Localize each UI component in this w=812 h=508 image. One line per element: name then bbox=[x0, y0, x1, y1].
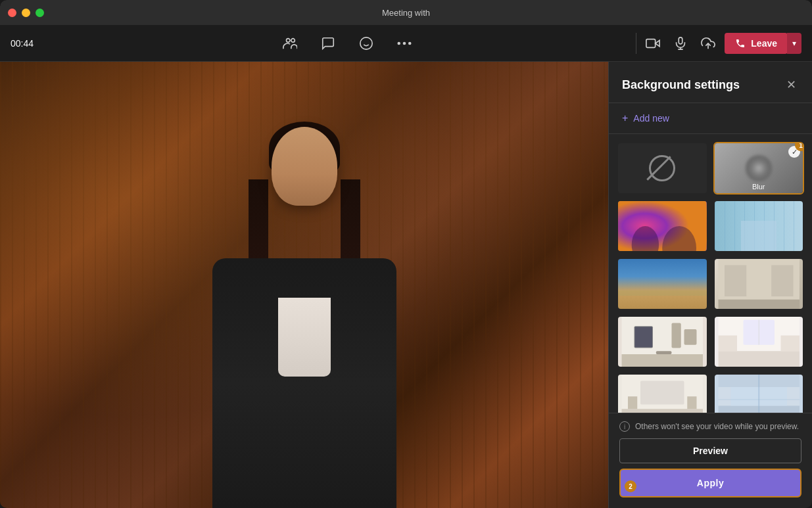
main-content: Background settings ✕ + Add new Blur ✓ bbox=[0, 62, 812, 508]
panel-close-button[interactable]: ✕ bbox=[784, 75, 799, 95]
minimize-window-button[interactable] bbox=[22, 9, 30, 17]
thumbnail-hallway-inner bbox=[715, 201, 803, 251]
svg-point-1 bbox=[291, 38, 295, 42]
panel-title: Background settings bbox=[622, 78, 740, 92]
svg-rect-19 bbox=[771, 266, 793, 297]
thumbnail-room-bottom-1-inner bbox=[618, 375, 707, 413]
blur-label: Blur bbox=[715, 183, 803, 191]
apply-button[interactable]: Apply bbox=[619, 469, 801, 497]
svg-rect-29 bbox=[718, 351, 800, 367]
chat-button[interactable] bbox=[317, 32, 339, 55]
svg-rect-24 bbox=[634, 327, 652, 347]
svg-point-0 bbox=[286, 38, 290, 42]
svg-rect-20 bbox=[718, 300, 800, 309]
thumbnail-blur[interactable]: Blur ✓ 1 bbox=[713, 142, 805, 195]
svg-point-2 bbox=[360, 37, 371, 49]
more-button[interactable] bbox=[393, 37, 416, 49]
leave-area: Leave ▾ bbox=[725, 33, 801, 54]
svg-rect-9 bbox=[646, 39, 656, 47]
leave-dropdown-button[interactable]: ▾ bbox=[787, 33, 801, 54]
toolbar: 00:44 bbox=[0, 25, 812, 62]
thumbnail-blur-inner: Blur ✓ bbox=[715, 143, 803, 193]
white-room-svg bbox=[715, 317, 803, 367]
maximize-window-button[interactable] bbox=[36, 9, 44, 17]
hallway-perspective bbox=[741, 221, 776, 251]
thumbnail-room-art-inner bbox=[618, 317, 707, 367]
thumbnail-colorful[interactable] bbox=[617, 200, 708, 252]
person-body bbox=[212, 258, 396, 508]
preview-button[interactable]: Preview bbox=[619, 438, 801, 463]
beach-horizon bbox=[618, 290, 707, 296]
thumbnail-office[interactable] bbox=[713, 258, 805, 310]
svg-rect-33 bbox=[780, 336, 800, 352]
panel-bottom: i Others won't see your video while you … bbox=[609, 413, 812, 508]
leave-button[interactable]: Leave bbox=[725, 33, 788, 54]
background-settings-panel: Background settings ✕ + Add new Blur ✓ bbox=[608, 62, 812, 508]
apply-badge: 2 bbox=[625, 480, 636, 492]
svg-rect-35 bbox=[622, 409, 704, 413]
colorful-bg-art bbox=[618, 201, 707, 251]
svg-point-6 bbox=[402, 41, 406, 45]
video-background bbox=[0, 62, 608, 508]
svg-rect-36 bbox=[640, 381, 684, 405]
svg-rect-37 bbox=[628, 396, 637, 409]
blur-circle bbox=[746, 155, 772, 181]
svg-rect-25 bbox=[672, 323, 681, 348]
svg-rect-38 bbox=[687, 396, 696, 409]
office-svg bbox=[715, 259, 803, 309]
svg-rect-10 bbox=[679, 37, 683, 43]
room-bottom-1-svg bbox=[618, 375, 707, 413]
none-icon bbox=[649, 155, 675, 181]
svg-rect-18 bbox=[725, 266, 746, 297]
thumbnail-white-room[interactable] bbox=[713, 315, 805, 368]
title-bar: Meeting with bbox=[0, 0, 812, 25]
room-art-svg bbox=[618, 317, 707, 367]
video-area bbox=[0, 62, 608, 508]
thumbnail-room-bottom-2-inner bbox=[715, 375, 803, 413]
preview-notice-text: Others won't see your video while you pr… bbox=[635, 422, 799, 431]
meeting-timer: 00:44 bbox=[11, 38, 63, 49]
preview-notice: i Others won't see your video while you … bbox=[619, 421, 801, 432]
toolbar-right-controls: Leave ▾ bbox=[642, 32, 801, 55]
background-thumbnails-grid: Blur ✓ 1 bbox=[609, 134, 812, 413]
close-window-button[interactable] bbox=[8, 9, 16, 17]
thumbnail-hallway[interactable] bbox=[713, 200, 805, 252]
thumbnail-beach-inner bbox=[618, 259, 707, 309]
thumbnail-beach[interactable] bbox=[617, 258, 708, 310]
person-shirt bbox=[278, 298, 331, 377]
svg-rect-22 bbox=[622, 354, 704, 367]
apply-btn-wrapper: Apply 2 bbox=[619, 469, 801, 497]
svg-point-7 bbox=[408, 41, 412, 45]
svg-rect-26 bbox=[684, 329, 697, 345]
thumbnail-none[interactable] bbox=[617, 142, 708, 195]
window-title: Meeting with bbox=[382, 8, 430, 18]
add-new-label: Add new bbox=[633, 113, 669, 124]
toolbar-separator bbox=[636, 33, 636, 54]
microphone-button[interactable] bbox=[669, 32, 692, 55]
traffic-lights bbox=[8, 9, 44, 17]
panel-header: Background settings ✕ bbox=[609, 62, 812, 103]
thumbnail-colorful-inner bbox=[618, 201, 707, 251]
camera-button[interactable] bbox=[642, 32, 664, 55]
add-new-button[interactable]: + Add new bbox=[609, 103, 812, 134]
thumbnail-room-art[interactable] bbox=[617, 315, 708, 368]
participants-button[interactable] bbox=[279, 32, 301, 55]
svg-point-5 bbox=[397, 41, 400, 45]
thumbnail-room-bottom-1[interactable] bbox=[617, 373, 708, 413]
person-video bbox=[186, 74, 423, 508]
info-icon: i bbox=[619, 421, 630, 432]
reactions-button[interactable] bbox=[355, 32, 377, 55]
thumbnail-white-room-inner bbox=[715, 317, 803, 367]
svg-marker-8 bbox=[656, 40, 659, 46]
person-head bbox=[272, 127, 337, 206]
share-button[interactable] bbox=[697, 32, 719, 55]
toolbar-center-controls bbox=[63, 32, 631, 55]
thumbnail-none-inner bbox=[618, 143, 707, 193]
thumbnail-office-inner bbox=[715, 259, 803, 309]
svg-rect-32 bbox=[718, 336, 737, 352]
room-bottom-2-svg bbox=[715, 375, 803, 413]
plus-icon: + bbox=[622, 112, 628, 124]
svg-rect-27 bbox=[656, 351, 672, 354]
thumbnail-room-bottom-2[interactable] bbox=[713, 373, 805, 413]
